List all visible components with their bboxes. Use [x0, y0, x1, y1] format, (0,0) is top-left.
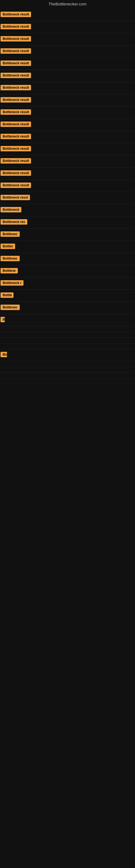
list-item: [0, 343, 135, 349]
list-item: [0, 361, 135, 367]
list-item: Bottleneck result: [0, 143, 135, 155]
bottleneck-result-bar[interactable]: Bottleneck result: [1, 134, 31, 139]
bottleneck-result-bar[interactable]: Bottleneck result: [1, 97, 31, 102]
list-item: Bottlenec: [0, 229, 135, 241]
rows-container: Bottleneck resultBottleneck resultBottle…: [0, 9, 135, 384]
list-item: Bottleneck result: [0, 106, 135, 119]
bottleneck-result-bar[interactable]: Bottleneck result: [1, 109, 31, 115]
list-item: Bottleneck resul: [0, 192, 135, 204]
list-item: [0, 367, 135, 373]
list-item: [0, 326, 135, 332]
bottleneck-result-bar[interactable]: Bo: [1, 352, 7, 357]
bottleneck-result-bar[interactable]: Bottlenec: [1, 305, 20, 310]
list-item: Bottlenec: [0, 253, 135, 265]
bottleneck-result-bar[interactable]: Bottleneck resul: [1, 195, 30, 200]
list-item: [0, 332, 135, 338]
bottleneck-result-bar[interactable]: Bottle: [1, 292, 13, 298]
list-item: [0, 338, 135, 343]
bottleneck-result-bar[interactable]: Bottleneck res: [1, 219, 27, 225]
bottleneck-result-bar[interactable]: Bottlenec: [1, 231, 20, 237]
list-item: Bottleneck result: [0, 70, 135, 82]
list-item: Bottleneck res: [0, 216, 135, 229]
bottleneck-result-bar[interactable]: Bottlenec: [1, 256, 20, 261]
bottleneck-result-bar[interactable]: Bottler: [1, 244, 15, 249]
list-item: [0, 373, 135, 378]
list-item: B: [0, 314, 135, 326]
bottleneck-result-bar[interactable]: Bottleneck result: [1, 183, 31, 188]
site-header: TheBottlenecker.com: [0, 0, 135, 9]
list-item: Bottleneck result: [0, 9, 135, 21]
list-item: Bottler: [0, 241, 135, 253]
list-item: Bottleneck result: [0, 155, 135, 167]
list-item: Bottleneck result: [0, 167, 135, 180]
bottleneck-result-bar[interactable]: Bottleneck r: [1, 280, 24, 286]
list-item: Bottleneck result: [0, 58, 135, 70]
list-item: Bottleneck result: [0, 119, 135, 131]
list-item: Bottleneck result: [0, 131, 135, 143]
list-item: Bottlene: [0, 265, 135, 278]
list-item: Bottleneck result: [0, 45, 135, 58]
bottleneck-result-bar[interactable]: Bottleneck result: [1, 61, 31, 66]
list-item: Bo: [0, 349, 135, 361]
bottleneck-result-bar[interactable]: Bottleneck result: [1, 36, 31, 41]
bottleneck-result-bar[interactable]: Bottleneck result: [1, 146, 31, 151]
bottleneck-result-bar[interactable]: Bottleneck result: [1, 85, 31, 90]
list-item: Bottleneck result: [0, 21, 135, 33]
list-item: Bottleneck result: [0, 180, 135, 192]
list-item: Bottleneck: [0, 204, 135, 216]
bottleneck-result-bar[interactable]: Bottleneck: [1, 207, 21, 212]
list-item: Bottle: [0, 290, 135, 302]
list-item: Bottleneck result: [0, 82, 135, 94]
list-item: Bottleneck result: [0, 33, 135, 45]
bottleneck-result-bar[interactable]: B: [1, 317, 5, 322]
list-item: Bottleneck r: [0, 278, 135, 290]
list-item: Bottleneck result: [0, 94, 135, 106]
bottleneck-result-bar[interactable]: Bottleneck result: [1, 170, 31, 176]
bottleneck-result-bar[interactable]: Bottlene: [1, 268, 18, 273]
bottleneck-result-bar[interactable]: Bottleneck result: [1, 12, 31, 17]
bottleneck-result-bar[interactable]: Bottleneck result: [1, 122, 31, 127]
site-title: TheBottlenecker.com: [0, 0, 135, 9]
bottleneck-result-bar[interactable]: Bottleneck result: [1, 73, 31, 78]
bottleneck-result-bar[interactable]: Bottleneck result: [1, 158, 31, 163]
bottleneck-result-bar[interactable]: Bottleneck result: [1, 24, 31, 29]
bottleneck-result-bar[interactable]: Bottleneck result: [1, 48, 31, 54]
list-item: Bottlenec: [0, 302, 135, 314]
list-item: [0, 378, 135, 384]
